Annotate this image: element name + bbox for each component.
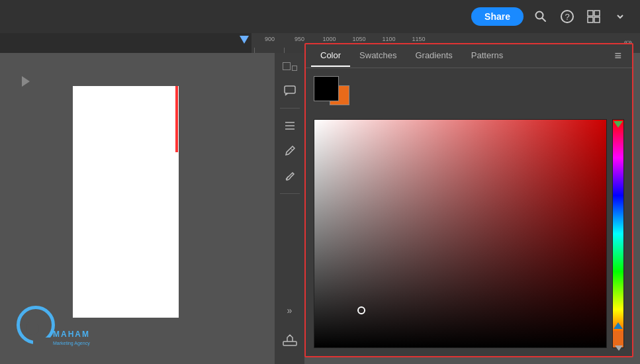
chevron-down-icon[interactable] [611, 7, 629, 26]
tab-gradients[interactable]: Gradients [406, 45, 461, 67]
tab-swatches[interactable]: Swatches [350, 45, 406, 67]
comment-tool[interactable] [279, 80, 300, 101]
sidebar: » [275, 53, 304, 364]
color-panel: Color Swatches Gradients Patterns ≡ [304, 43, 633, 357]
color-gradient-field[interactable] [314, 119, 607, 348]
svg-rect-4 [588, 11, 593, 16]
svg-line-1 [543, 19, 546, 22]
svg-line-13 [286, 177, 288, 179]
logo-tagline: Marketing Agency [53, 341, 90, 345]
svg-rect-5 [594, 11, 600, 16]
svg-rect-14 [283, 341, 297, 345]
color-picker-content [306, 68, 632, 356]
svg-rect-7 [594, 17, 600, 23]
ruler-mark-1050: 1050 [344, 36, 374, 42]
layout-icon[interactable] [584, 7, 603, 26]
canvas-area: MAHAM Marketing Agency [0, 53, 275, 364]
logo-text: MAHAM [53, 330, 90, 339]
logo-area: MAHAM Marketing Agency [13, 304, 79, 344]
tool-separator [280, 108, 300, 109]
bottom-tool[interactable] [281, 330, 299, 351]
top-bar: Share ? [0, 0, 640, 33]
search-icon[interactable] [531, 7, 550, 26]
tab-patterns[interactable]: Patterns [462, 45, 512, 67]
svg-text:?: ? [565, 12, 570, 22]
ruler-mark-1100: 1100 [374, 36, 404, 42]
hue-top-indicator [614, 121, 623, 128]
color-picker-main [314, 119, 624, 348]
svg-line-12 [291, 148, 293, 150]
ruler-mark-950: 950 [285, 36, 314, 42]
ruler-mark-900: 900 [255, 36, 285, 42]
hue-bottom-indicator [614, 322, 623, 329]
svg-rect-8 [285, 86, 295, 93]
collapse-arrow[interactable] [615, 345, 623, 351]
left-triangle-marker [22, 76, 30, 87]
foreground-background-swatches [314, 76, 353, 113]
canvas-white [73, 86, 179, 318]
resize-icons [280, 60, 300, 73]
color-picker-indicator [357, 306, 365, 314]
foreground-swatch[interactable] [314, 76, 339, 101]
panel-tabs: Color Swatches Gradients Patterns ≡ [306, 44, 632, 68]
expand-arrows[interactable]: » [287, 305, 293, 316]
paint-tool[interactable] [279, 165, 300, 187]
tab-color[interactable]: Color [311, 45, 350, 67]
brush-tool[interactable] [279, 140, 300, 161]
tool-separator-2 [280, 193, 300, 194]
share-button[interactable]: Share [471, 7, 524, 26]
red-line-indicator [175, 86, 178, 152]
ruler-mark-1150: 1150 [404, 36, 434, 42]
help-icon[interactable]: ? [558, 7, 576, 26]
color-header [314, 76, 624, 113]
svg-rect-6 [588, 17, 593, 23]
panel-menu-icon[interactable]: ≡ [609, 46, 627, 66]
ruler-mark-1000: 1000 [314, 36, 344, 42]
layers-tool[interactable] [279, 115, 300, 136]
hue-slider[interactable] [612, 119, 624, 348]
